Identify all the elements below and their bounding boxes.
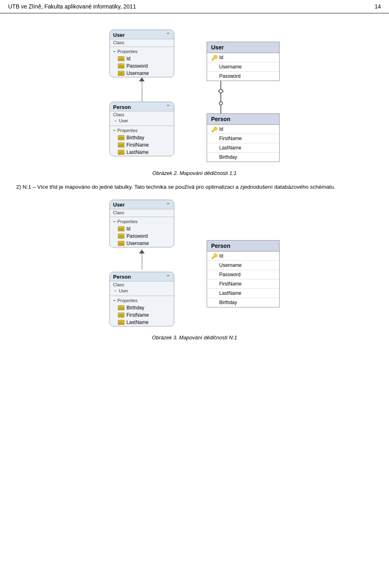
uml-person-header: Person ⌃ <box>110 102 174 111</box>
uml-user-props-header: − Properties <box>110 48 174 55</box>
uml-user-name: User <box>113 32 125 38</box>
diagram2-left: User ⌃ Class − Properties Id <box>109 200 174 326</box>
uml-person-name-2: Person <box>113 274 131 280</box>
db-person-row-id: 🔑 Id <box>207 125 279 134</box>
db-person-header: Person <box>207 114 279 125</box>
inheritance-arrow-1 <box>139 77 145 102</box>
page-header: UTB ve Zlíně, Fakulta aplikované informa… <box>0 0 389 13</box>
diagram1-pair: User ⌃ Class − Properties Id <box>109 30 280 162</box>
uml-person-collapse-2[interactable]: ⌃ <box>166 274 171 280</box>
prop-icon-password-2 <box>118 234 124 239</box>
uml-person-props-header: − Properties <box>110 127 174 134</box>
uml-person-class: Person ⌃ Class → User − Properties Birth… <box>109 102 174 156</box>
uml-person-type: Class <box>110 111 174 118</box>
uml-user-prop-id-2: Id <box>110 225 174 232</box>
key-icon-person-id: 🔑 <box>211 126 217 132</box>
table-connector-1 <box>219 81 223 113</box>
key-icon-person2-id: 🔑 <box>211 253 217 259</box>
db-person-table-2: Person 🔑 Id Username Password <box>207 240 280 307</box>
uml-person-prop-birthday: Birthday <box>110 134 174 141</box>
uml-user-class: User ⌃ Class − Properties Id <box>109 30 174 77</box>
inheritance-arrow-2 <box>139 247 145 272</box>
uml-user-type-2: Class <box>110 209 174 216</box>
uml-user-type: Class <box>110 39 174 46</box>
db-person-row-firstname: FirstName <box>207 134 279 143</box>
uml-user-header: User ⌃ <box>110 30 174 39</box>
prop-icon-lastname <box>118 150 124 155</box>
prop-icon-firstname-2 <box>118 313 124 317</box>
page-title: UTB ve Zlíně, Fakulta aplikované informa… <box>8 3 136 10</box>
db-person2-row-password: Password <box>207 270 279 279</box>
uml-user-prop-username: Username <box>110 70 174 77</box>
arrow-triangle-2 <box>139 249 145 254</box>
prop-icon-lastname-2 <box>118 320 124 325</box>
uml-user-collapse[interactable]: ⌃ <box>166 32 171 38</box>
db-person-table: Person 🔑 Id FirstName LastName <box>207 113 280 162</box>
uml-user-prop-id: Id <box>110 55 174 62</box>
caption-2: Obrázek 3. Mapování dědičnosti N:1 <box>16 334 373 341</box>
uml-person-name: Person <box>113 104 131 110</box>
uml-person-header-2: Person ⌃ <box>110 272 174 281</box>
uml-person-props-header-2: − Properties <box>110 297 174 304</box>
uml-user-props-header-2: − Properties <box>110 218 174 225</box>
db-person2-row-lastname: LastName <box>207 289 279 298</box>
uml-person-prop-birthday-2: Birthday <box>110 304 174 311</box>
prop-icon-birthday-2 <box>118 305 124 310</box>
uml-user-class-2: User ⌃ Class − Properties Id <box>109 200 174 247</box>
uml-person-prop-firstname-2: FirstName <box>110 311 174 319</box>
page-number: 14 <box>374 3 381 10</box>
uml-user-prop-password-2: Password <box>110 232 174 240</box>
db-user-table: User 🔑 Id Username Password <box>207 42 280 81</box>
db-person-row-lastname: LastName <box>207 143 279 153</box>
db-person2-row-birthday: Birthday <box>207 298 279 307</box>
prop-icon-birthday <box>118 135 124 140</box>
diagram2-right: Person 🔑 Id Username Password <box>207 200 280 326</box>
db-user-header: User <box>207 42 279 53</box>
diagram1-right: User 🔑 Id Username Password <box>207 30 280 162</box>
diagram2-pair: User ⌃ Class − Properties Id <box>109 200 280 326</box>
uml-user-header-2: User ⌃ <box>110 200 174 209</box>
db-person2-row-username: Username <box>207 261 279 270</box>
diagram1: User ⌃ Class − Properties Id <box>16 30 373 162</box>
diagram2: User ⌃ Class − Properties Id <box>16 200 373 326</box>
prop-icon-username-2 <box>118 241 124 246</box>
uml-person-type-2: Class <box>110 281 174 288</box>
caption-1: Obrázek 2. Mapování dědičnosti 1:1 <box>16 170 373 176</box>
uml-person-prop-firstname: FirstName <box>110 141 174 149</box>
key-icon-id: 🔑 <box>211 55 217 60</box>
db-user-row-password: Password <box>207 72 279 81</box>
db-person-row-birthday: Birthday <box>207 153 279 162</box>
uml-user-collapse-2[interactable]: ⌃ <box>166 202 171 208</box>
db-person2-row-firstname: FirstName <box>207 279 279 289</box>
uml-person-class-2: Person ⌃ Class → User − Properties Birth… <box>109 272 174 326</box>
db-person-header-2: Person <box>207 241 279 251</box>
uml-person-collapse[interactable]: ⌃ <box>166 104 171 110</box>
uml-person-prop-lastname: LastName <box>110 149 174 156</box>
arrow-triangle <box>139 77 145 81</box>
db-user-row-username: Username <box>207 62 279 72</box>
prop-icon-username <box>118 71 124 76</box>
uml-user-prop-password: Password <box>110 62 174 70</box>
prop-icon-password <box>118 64 124 68</box>
diagram1-left: User ⌃ Class − Properties Id <box>109 30 174 162</box>
body-text: 2) N:1 – Více tříd je mapováno do jedné … <box>16 183 373 192</box>
db-user-row-id: 🔑 Id <box>207 53 279 62</box>
uml-person-prop-lastname-2: LastName <box>110 319 174 326</box>
content-area: User ⌃ Class − Properties Id <box>0 13 389 355</box>
uml-user-name-2: User <box>113 202 125 208</box>
db-person2-row-id: 🔑 Id <box>207 251 279 261</box>
prop-icon-id-2 <box>118 226 124 231</box>
arrow-line <box>142 81 142 102</box>
prop-icon-firstname <box>118 143 124 147</box>
uml-person-extends: → User <box>110 118 174 125</box>
prop-icon-id <box>118 56 124 61</box>
uml-user-prop-username-2: Username <box>110 240 174 247</box>
uml-person-extends-2: → User <box>110 288 174 295</box>
